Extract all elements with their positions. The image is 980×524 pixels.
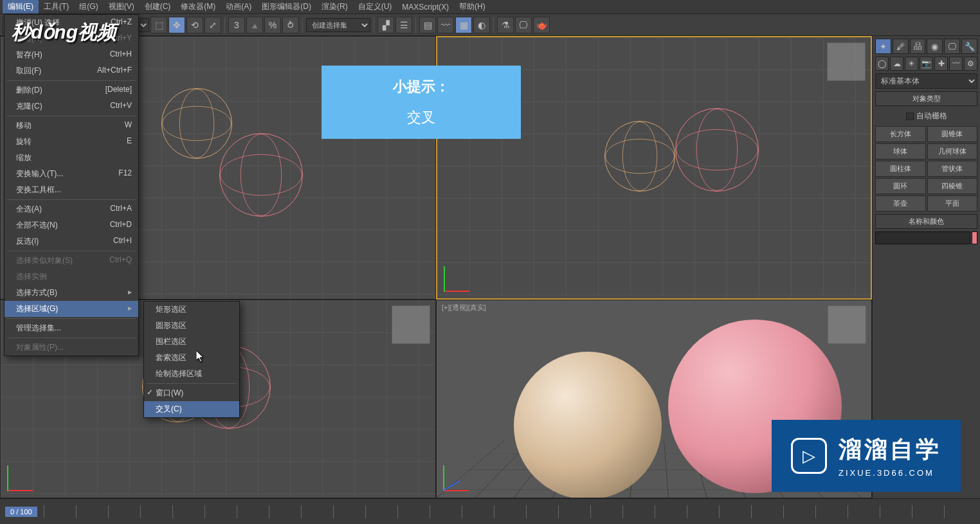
submenu-item[interactable]: 围栏选区	[144, 334, 239, 350]
menu-item[interactable]: 旋转E	[5, 134, 138, 150]
menu-item[interactable]: 全选(A)Ctrl+A	[5, 201, 138, 217]
object-color-swatch[interactable]	[972, 231, 977, 244]
select-button[interactable]: ⬚	[150, 17, 167, 33]
menu-动画a[interactable]: 动画(A)	[221, 0, 257, 14]
snap-toggle[interactable]: 3	[228, 17, 245, 33]
spacewarps-category[interactable]: 〰	[949, 57, 963, 71]
shapes-category[interactable]: ☁	[890, 57, 903, 71]
schematic-view-button[interactable]: ▦	[455, 17, 472, 33]
move-button[interactable]: ✥	[168, 17, 185, 33]
sphere-tan[interactable]	[514, 352, 662, 498]
menu-item[interactable]: 反选(I)Ctrl+I	[5, 233, 138, 249]
menu-创建c[interactable]: 创建(C)	[140, 0, 176, 14]
named-selection-dropdown[interactable]: 创建选择集	[306, 18, 370, 32]
menu-自定义u[interactable]: 自定义(U)	[353, 0, 397, 14]
object-type-grid: 长方体圆锥体球体几何球体圆柱体管状体圆环四棱锥茶壶平面	[875, 126, 977, 212]
timeline[interactable]: 0 / 100	[0, 498, 980, 524]
wireframe-sphere-pink[interactable]	[219, 133, 303, 217]
frame-indicator[interactable]: 0 / 100	[5, 507, 37, 517]
autogrid-row[interactable]: 自动栅格	[875, 109, 977, 123]
viewcube[interactable]	[392, 305, 430, 344]
render-frame-button[interactable]: 🖵	[515, 17, 532, 33]
primitive-button[interactable]: 长方体	[875, 126, 926, 142]
menu-编辑e[interactable]: 编辑(E)	[3, 0, 39, 14]
command-panel-tabs: ✦ 🖉 品 ◉ 🖵 🔧	[875, 39, 977, 54]
submenu-item[interactable]: 套索选区	[144, 350, 239, 366]
primitive-button[interactable]: 平面	[927, 195, 978, 212]
material-editor-button[interactable]: ◐	[473, 17, 490, 33]
hint-tooltip: 小提示： 交叉	[322, 66, 521, 139]
scale-button[interactable]: ⤢	[204, 17, 221, 33]
menu-渲染r[interactable]: 渲染(R)	[316, 0, 353, 14]
geometry-category[interactable]: ◯	[875, 57, 889, 71]
axis-gizmo	[444, 260, 476, 292]
menu-修改器m[interactable]: 修改器(M)	[176, 0, 221, 14]
render-setup-button[interactable]: ⚗	[497, 17, 514, 33]
viewcube[interactable]	[828, 305, 866, 344]
menu-item[interactable]: 选择区域(G)▸	[5, 301, 138, 317]
create-tab[interactable]: ✦	[875, 39, 891, 54]
primitive-button[interactable]: 茶壶	[875, 195, 926, 212]
menu-item[interactable]: 克隆(C)Ctrl+V	[5, 98, 138, 114]
menu-item[interactable]: 删除(D)[Delete]	[5, 82, 138, 98]
menu-item[interactable]: 移动W	[5, 118, 138, 134]
curve-editor-button[interactable]: 〰	[437, 17, 454, 33]
menu-图形编辑器d[interactable]: 图形编辑器(D)	[257, 0, 316, 14]
systems-category[interactable]: ⚙	[964, 57, 977, 71]
primitive-button[interactable]: 球体	[875, 143, 926, 159]
menu-item[interactable]: 变换输入(T)...F12	[5, 166, 138, 182]
hierarchy-tab[interactable]: 品	[910, 39, 926, 54]
wireframe-sphere-tan[interactable]	[161, 88, 232, 159]
object-name-input[interactable]	[875, 231, 970, 244]
submenu-item[interactable]: 交叉(C)	[144, 401, 239, 417]
menu-item[interactable]: 选择方式(B)▸	[5, 285, 138, 301]
wireframe-sphere-pink[interactable]	[675, 108, 759, 192]
angle-snap[interactable]: ⟁	[246, 17, 263, 33]
rotate-button[interactable]: ⟲	[186, 17, 203, 33]
lights-category[interactable]: ☀	[905, 57, 918, 71]
viewport-label[interactable]: [+][透视][真实]	[442, 303, 486, 312]
timeline-ticks[interactable]	[44, 505, 975, 518]
motion-tab[interactable]: ◉	[927, 39, 943, 54]
hint-title: 小提示：	[337, 77, 505, 96]
menu-item[interactable]: 取回(F)Alt+Ctrl+F	[5, 63, 138, 79]
submenu-item[interactable]: ✓窗口(W)	[144, 385, 239, 401]
autogrid-checkbox[interactable]	[906, 113, 914, 120]
align-button[interactable]: ☰	[395, 17, 412, 33]
cameras-category[interactable]: 📷	[920, 57, 933, 71]
watermark-logo-icon: ▷	[791, 438, 827, 474]
submenu-item[interactable]: 圆形选区	[144, 318, 239, 334]
menu-item[interactable]: 暂存(H)Ctrl+H	[5, 47, 138, 63]
menu-组g[interactable]: 组(G)	[74, 0, 103, 14]
utilities-tab[interactable]: 🔧	[961, 39, 977, 54]
viewcube[interactable]	[827, 42, 866, 81]
menu-帮助h[interactable]: 帮助(H)	[454, 0, 491, 14]
primitive-button[interactable]: 四棱锥	[927, 178, 978, 194]
primitive-button[interactable]: 圆柱体	[875, 161, 926, 177]
menu-视图v[interactable]: 视图(V)	[104, 0, 140, 14]
primitive-button[interactable]: 圆锥体	[927, 126, 978, 142]
primitive-type-dropdown[interactable]: 标准基本体	[875, 73, 977, 89]
helpers-category[interactable]: ✚	[934, 57, 948, 71]
mirror-button[interactable]: ▞	[377, 17, 394, 33]
selection-region-submenu[interactable]: 矩形选区圆形选区围栏选区套索选区绘制选择区域✓窗口(W)交叉(C)	[143, 301, 240, 418]
display-tab[interactable]: 🖵	[944, 39, 960, 54]
render-button[interactable]: 🫖	[533, 17, 550, 33]
primitive-button[interactable]: 管状体	[927, 161, 978, 177]
submenu-item[interactable]: 绘制选择区域	[144, 366, 239, 382]
percent-snap[interactable]: %	[264, 17, 281, 33]
menu-item[interactable]: 缩放	[5, 150, 138, 166]
primitive-button[interactable]: 圆环	[875, 178, 926, 194]
modify-tab[interactable]: 🖉	[893, 39, 909, 54]
menu-item[interactable]: 全部不选(N)Ctrl+D	[5, 217, 138, 233]
submenu-item[interactable]: 矩形选区	[144, 302, 239, 318]
menu-item[interactable]: 管理选择集...	[5, 320, 138, 336]
menu-工具t[interactable]: 工具(T)	[39, 0, 74, 14]
layers-button[interactable]: ▤	[419, 17, 436, 33]
menu-item[interactable]: 变换工具框...	[5, 182, 138, 198]
edit-menu[interactable]: 撤消(U) 选择Ctrl+Z重做(R)Ctrl+Y暂存(H)Ctrl+H取回(F…	[4, 14, 139, 356]
wireframe-sphere-tan[interactable]	[604, 121, 675, 192]
menu-maxscriptx[interactable]: MAXScript(X)	[397, 1, 454, 13]
primitive-button[interactable]: 几何球体	[927, 143, 978, 159]
spinner-snap[interactable]: ⥁	[282, 17, 299, 33]
